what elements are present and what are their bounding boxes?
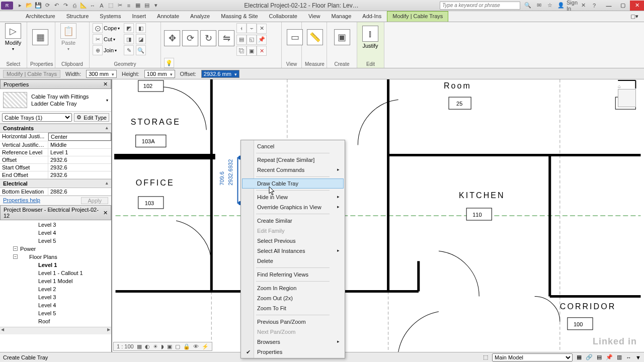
help-icon[interactable]: ? (590, 2, 599, 10)
tree-node[interactable]: Level 3 (20, 294, 111, 302)
tab-modify-cabletrays[interactable]: Modify | Cable Trays (387, 11, 448, 22)
temp-hide-icon[interactable]: 👁 (193, 343, 199, 349)
text-icon[interactable]: A (98, 2, 106, 10)
visual-style-icon[interactable]: ◐ (145, 343, 150, 350)
3d-icon[interactable]: ⬚ (107, 2, 115, 10)
drawing-canvas[interactable]: STORAGE 103A 102 OFFICE 103 Room 25 24 K… (112, 79, 644, 352)
open-icon[interactable]: ▸ (16, 2, 24, 10)
geom2-icon[interactable]: ◨ (124, 34, 134, 44)
tab-analyze[interactable]: Analyze (185, 11, 215, 22)
property-row[interactable]: End Offset2932.6 (0, 171, 111, 179)
tree-node[interactable]: Level 4 (20, 302, 111, 310)
tab-insert[interactable]: Insert (127, 11, 152, 22)
context-menu-item[interactable]: Select All Instances (242, 246, 344, 256)
dim-icon[interactable]: ↔ (89, 2, 97, 10)
project-browser[interactable]: Level 3 Level 4 Level 5 −Power −Floor Pl… (0, 220, 111, 352)
editable-only-icon[interactable]: ▦ (577, 354, 582, 360)
select-face-icon[interactable]: ▥ (617, 354, 622, 360)
property-row[interactable]: Bottom Elevation2882.6 (0, 188, 111, 196)
workset-combo[interactable]: Main Model (492, 353, 573, 361)
tree-node[interactable]: Level 3 (20, 221, 111, 229)
context-menu-item[interactable]: Delete (242, 256, 344, 266)
reveal-icon[interactable]: ⚡ (202, 343, 209, 350)
save-icon[interactable]: 💾 (34, 2, 42, 10)
context-menu-item[interactable]: Zoom To Fit (242, 303, 344, 313)
split-icon[interactable]: ✕ (257, 24, 267, 34)
geom4-icon[interactable]: ◧ (136, 23, 146, 33)
pin-icon[interactable]: 📌 (257, 35, 267, 45)
crop-region-icon[interactable]: ▢ (175, 343, 180, 350)
mod-extra1-icon[interactable]: 💡 (164, 58, 174, 68)
property-row[interactable]: Vertical Justifica...Middle (0, 141, 111, 149)
instance-filter[interactable]: Cable Trays (1) (2, 113, 72, 122)
browser-scrollbar[interactable] (0, 327, 111, 334)
property-row[interactable]: Horizontal Justi...Center (0, 133, 111, 141)
paste-button[interactable]: 📋 Paste ▾ (58, 23, 78, 51)
mirror-tool[interactable]: ⇋ (218, 23, 234, 53)
tree-node-floorplans[interactable]: −Floor Plans (20, 253, 111, 261)
category-electrical[interactable]: Electrical (0, 179, 111, 188)
tab-systems[interactable]: Systems (94, 11, 126, 22)
sun-icon[interactable]: ☀ (153, 343, 158, 350)
tab-manage[interactable]: Manage (326, 11, 357, 22)
trim-icon[interactable]: ⫟ (247, 23, 257, 33)
context-menu-item[interactable]: Draw Cable Tray (242, 178, 344, 189)
edit-type-button[interactable]: ⚙Edit Type (74, 113, 109, 122)
tab-view[interactable]: View (303, 11, 326, 22)
context-menu-item[interactable]: Previous Pan/Zoom (242, 317, 344, 327)
tab-collaborate[interactable]: Collaborate (264, 11, 303, 22)
close-button[interactable]: ✕ (630, 1, 644, 11)
type-selector[interactable]: Cable Tray with Fittings Ladder Cable Tr… (0, 89, 111, 112)
measure-button[interactable]: 📏 (305, 23, 325, 51)
property-row[interactable]: Offset2932.6 (0, 156, 111, 164)
property-row[interactable]: Start Offset2932.6 (0, 164, 111, 171)
copy-icon[interactable]: ⿻ (236, 46, 247, 56)
open-file-icon[interactable]: 📂 (25, 2, 33, 10)
context-menu-item[interactable]: Hide in View (242, 192, 344, 202)
delete-icon[interactable]: ✕ (257, 46, 267, 56)
sync-icon[interactable]: ⟳ (43, 2, 51, 10)
select-pinned-icon[interactable]: 📌 (606, 354, 613, 360)
property-row[interactable]: Reference LevelLevel 1 (0, 149, 111, 156)
measure-icon[interactable]: 📐 (79, 2, 88, 10)
array-icon[interactable]: ▤ (236, 35, 247, 45)
redo-icon[interactable]: ↷ (61, 2, 69, 10)
tree-node[interactable]: Level 4 (20, 229, 111, 237)
star-icon[interactable]: ☆ (545, 2, 554, 10)
tree-node[interactable]: Level 5 (20, 310, 111, 318)
drag-icon[interactable]: ↔ (626, 354, 631, 360)
properties-panel-title[interactable]: Properties ✕ (0, 79, 111, 89)
tree-node-power[interactable]: −Power (20, 245, 111, 253)
switch-icon[interactable]: ▤ (143, 2, 151, 10)
height-combo[interactable]: 100 mm (144, 70, 175, 78)
cope-icon[interactable]: ⨀ (93, 23, 103, 33)
context-menu-item[interactable]: Find Referring Views (242, 269, 344, 280)
browser-panel-title[interactable]: Project Browser - Electrical Project-02-… (0, 205, 111, 220)
close-icon[interactable]: ✕ (103, 210, 108, 216)
ribbon-minimize-icon[interactable]: ▢▾ (625, 11, 644, 22)
thin-icon[interactable]: ≡ (125, 2, 133, 10)
tab-addins[interactable]: Add-Ins (357, 11, 387, 22)
rotate-tool[interactable]: ↻ (200, 23, 216, 53)
join-icon[interactable]: ⊕ (93, 45, 103, 55)
tree-node-level1[interactable]: Level 1 (20, 261, 111, 269)
scale-display[interactable]: 1 : 100 (117, 343, 134, 349)
tab-structure[interactable]: Structure (61, 11, 95, 22)
apply-button[interactable]: Apply (81, 197, 108, 204)
context-menu-item[interactable]: Browsers (242, 337, 344, 347)
print-icon[interactable]: ⎙ (70, 2, 78, 10)
properties-button[interactable]: ▦ (30, 23, 50, 51)
context-menu-item[interactable]: Recent Commands (242, 165, 344, 175)
move-tool[interactable]: ✥ (164, 23, 180, 53)
lock-icon[interactable]: 🔒 (183, 343, 190, 350)
detail-icon[interactable]: ▦ (137, 343, 142, 350)
cut-icon[interactable]: ✂ (93, 34, 103, 44)
infocenter-icon[interactable]: 🔍 (523, 2, 532, 10)
justify-button[interactable]: ⫿ Justify (360, 23, 380, 51)
chevron-down-icon[interactable]: ▾ (106, 98, 108, 103)
geom3-icon[interactable]: ✎ (124, 45, 134, 55)
geom1-icon[interactable]: ◩ (124, 23, 134, 33)
tree-node[interactable]: Level 5 (20, 237, 111, 245)
select-links-icon[interactable]: 🔗 (586, 354, 593, 360)
tab-architecture[interactable]: Architecture (20, 11, 61, 22)
